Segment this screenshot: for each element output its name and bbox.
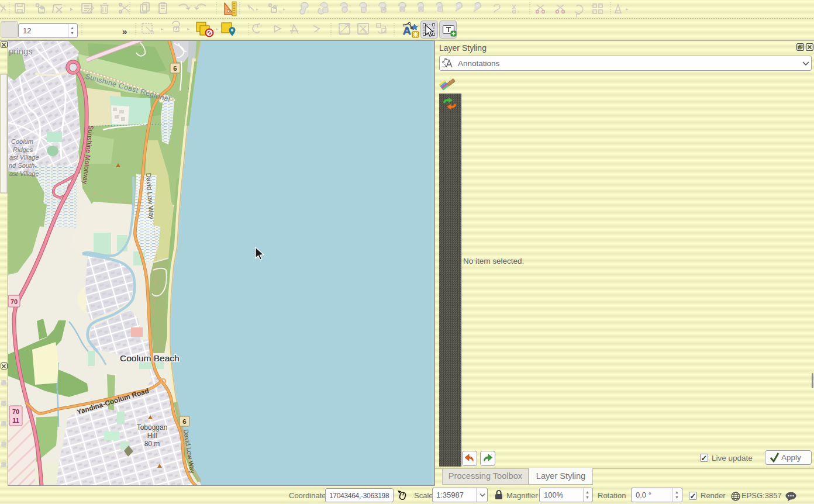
- svg-text:Ridges: Ridges: [13, 146, 33, 153]
- svg-text:6: 6: [173, 65, 177, 72]
- svg-text:70: 70: [12, 408, 19, 415]
- svg-text:Coolum Beach: Coolum Beach: [120, 353, 180, 363]
- svg-text:80 m: 80 m: [144, 440, 160, 448]
- svg-text:70: 70: [11, 298, 18, 305]
- svg-text:prings: prings: [9, 46, 33, 56]
- svg-text:ast Village: ast Village: [9, 170, 39, 177]
- svg-text:nd South-: nd South-: [9, 162, 37, 169]
- svg-text:Coolum: Coolum: [11, 138, 33, 145]
- svg-text:ast Village: ast Village: [9, 154, 39, 161]
- svg-text:11: 11: [12, 417, 19, 424]
- svg-text:Toboggan: Toboggan: [137, 423, 168, 431]
- svg-text:6: 6: [182, 418, 186, 425]
- svg-text:Hill: Hill: [147, 431, 157, 440]
